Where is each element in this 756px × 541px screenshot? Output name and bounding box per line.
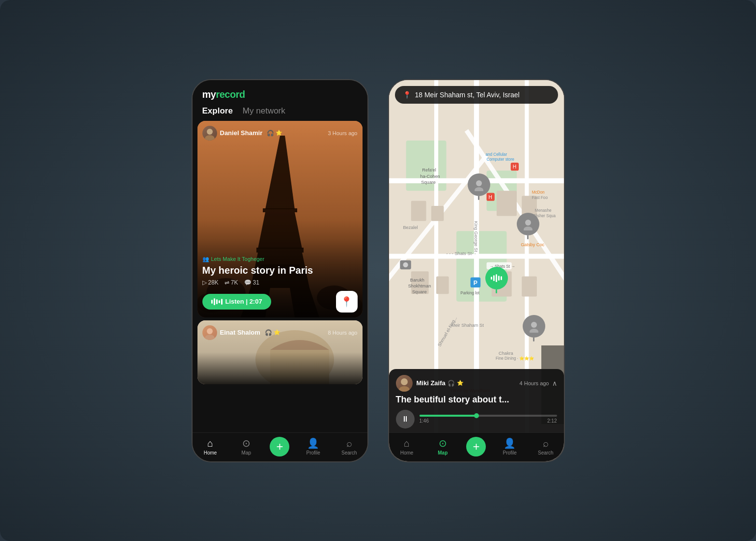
- pin-tail-user3: [533, 338, 534, 342]
- post-card-1[interactable]: Daniel Shamir 🎧 ⭐ 3 Hours ago 👥 Lets Mak…: [197, 121, 363, 317]
- svg-text:Bezalel: Bezalel: [403, 225, 418, 230]
- post-footer-1: 👥 Lets Make It Togheger My heroic story …: [202, 256, 358, 313]
- explore-tabs: Explore My network: [193, 104, 367, 121]
- map-pin-user2[interactable]: [517, 213, 539, 239]
- map-pin-user1[interactable]: [468, 173, 490, 200]
- svg-point-13: [205, 135, 215, 141]
- svg-point-17: [207, 328, 213, 334]
- nav-search-right[interactable]: ⌕ Search: [533, 438, 558, 456]
- svg-point-77: [530, 329, 538, 333]
- svg-text:Square: Square: [412, 289, 426, 294]
- player-avatar-img: [396, 375, 413, 392]
- progress-area: 1:46 2:12: [420, 415, 557, 424]
- post-actions-1: Listen | 2:07 📍: [202, 291, 358, 313]
- map-icon-right: ⊙: [439, 437, 447, 449]
- svg-point-78: [401, 378, 408, 385]
- player-bar: Miki Zaifa 🎧 ⭐ 4 Hours ago ∧ The beutifu…: [389, 369, 564, 432]
- tab-mynetwork[interactable]: My network: [243, 106, 285, 116]
- svg-point-12: [207, 129, 213, 135]
- svg-rect-32: [496, 191, 516, 216]
- svg-text:Computer store: Computer store: [486, 157, 514, 161]
- pause-button[interactable]: ⏸: [396, 410, 415, 428]
- nav-profile-right[interactable]: 👤 Profile: [498, 437, 522, 456]
- svg-text:- - - Shats St- -: - - - Shats St- -: [446, 251, 476, 256]
- post-tag-1: 👥 Lets Make It Togheger: [202, 256, 358, 262]
- waveform-icon: [211, 298, 223, 306]
- search-icon: ⌕: [346, 438, 352, 449]
- time-ago-1: 3 Hours ago: [328, 130, 358, 136]
- svg-text:Square: Square: [421, 180, 436, 185]
- player-header: Miki Zaifa 🎧 ⭐ 4 Hours ago ∧: [396, 375, 557, 392]
- nav-profile-left[interactable]: 👤 Profile: [301, 437, 326, 456]
- map-pin-icon: 📍: [340, 296, 353, 308]
- pin-circle-user1: [468, 173, 490, 196]
- svg-rect-35: [436, 276, 449, 294]
- player-user-info: Miki Zaifa 🎧 ⭐: [417, 379, 464, 387]
- location-bar: 📍 18 Meir Shaham st, Tel Aviv, Israel: [395, 86, 558, 104]
- svg-rect-37: [522, 276, 537, 296]
- map-icon: ⊙: [242, 437, 251, 449]
- svg-point-71: [403, 262, 408, 267]
- map-container[interactable]: - - - Shats St- - King George St Meir Sh…: [389, 80, 564, 432]
- post-user-1: Daniel Shamir 🎧 ⭐: [202, 126, 283, 141]
- user-name-daniel: Daniel Shamir: [220, 129, 263, 137]
- left-bottom-nav: ⌂ Home ⊙ Map + 👤 Profile ⌕ Search: [193, 432, 367, 461]
- tab-explore[interactable]: Explore: [202, 106, 233, 116]
- share-icon: ⇌: [224, 279, 229, 286]
- post-card-2[interactable]: Einat Shalom 🎧 ⭐ 8 Hours ago: [197, 320, 363, 384]
- pin-circle-user2: [517, 213, 539, 235]
- nav-home-left[interactable]: ⌂ Home: [198, 438, 223, 456]
- avatar-daniel-img: [202, 126, 217, 141]
- player-name: Miki Zaifa: [417, 379, 446, 387]
- tag-icon: 👥: [202, 256, 209, 262]
- map-label: Map: [242, 450, 251, 456]
- svg-point-76: [531, 322, 537, 328]
- user-icons-einat: 🎧 ⭐: [265, 329, 280, 336]
- nav-add-button-right[interactable]: +: [466, 437, 486, 456]
- location-text: 18 Meir Shaham st, Tel Aviv, Israel: [415, 91, 520, 99]
- nav-add-button-left[interactable]: +: [270, 437, 289, 456]
- listen-button[interactable]: Listen | 2:07: [202, 294, 271, 310]
- map-pin-audio[interactable]: [485, 267, 508, 293]
- feed: Daniel Shamir 🎧 ⭐ 3 Hours ago 👥 Lets Mak…: [193, 121, 367, 432]
- expand-icon[interactable]: ∧: [552, 379, 557, 387]
- home-label-right: Home: [400, 450, 414, 456]
- player-name-row: Miki Zaifa 🎧 ⭐: [417, 379, 464, 387]
- svg-text:Menashe: Menashe: [534, 208, 551, 213]
- profile-label: Profile: [306, 450, 320, 456]
- svg-point-75: [524, 227, 532, 230]
- svg-rect-31: [431, 206, 444, 221]
- svg-text:Refa'el: Refa'el: [422, 168, 436, 172]
- progress-bar[interactable]: [420, 415, 557, 417]
- home-icon: ⌂: [207, 438, 213, 449]
- post-header-2: Einat Shalom 🎧 ⭐ 8 Hours ago: [202, 325, 358, 340]
- post-header-1: Daniel Shamir 🎧 ⭐ 3 Hours ago: [202, 126, 358, 141]
- svg-point-73: [475, 187, 483, 191]
- nav-map-right[interactable]: ⊙ Map: [430, 437, 455, 456]
- svg-text:Fast Foo: Fast Foo: [532, 195, 548, 199]
- svg-text:McDon: McDon: [532, 190, 544, 195]
- map-pin-user3[interactable]: [523, 315, 545, 342]
- user-icons-daniel: 🎧 ⭐: [267, 130, 282, 137]
- location-pin-icon: 📍: [403, 91, 411, 99]
- user-avatar-pin1: [473, 178, 485, 191]
- pin-circle-audio: [485, 267, 508, 289]
- avatar-einat: [202, 325, 217, 340]
- player-time-row: 4 Hours ago ∧: [520, 379, 557, 387]
- pin-tail-audio: [496, 289, 497, 293]
- post-title-1: My heroic story in Paris: [202, 264, 358, 276]
- star-icon-2: ⭐: [274, 329, 280, 336]
- avatar-einat-img: [202, 325, 217, 340]
- play-icon: ▷: [202, 279, 207, 286]
- nav-home-right[interactable]: ⌂ Home: [394, 438, 419, 456]
- map-location-button[interactable]: 📍: [336, 291, 358, 313]
- svg-text:P: P: [473, 279, 477, 286]
- nav-search-left[interactable]: ⌕ Search: [337, 438, 362, 456]
- star-icon: ⭐: [276, 130, 282, 137]
- user-name-einat: Einat Shalom: [220, 329, 260, 336]
- profile-icon-right: 👤: [504, 437, 516, 449]
- player-time-ago: 4 Hours ago: [520, 380, 549, 386]
- map-label-right: Map: [438, 450, 448, 456]
- nav-map-left[interactable]: ⊙ Map: [234, 437, 258, 456]
- svg-text:Shokhtman: Shokhtman: [408, 284, 431, 288]
